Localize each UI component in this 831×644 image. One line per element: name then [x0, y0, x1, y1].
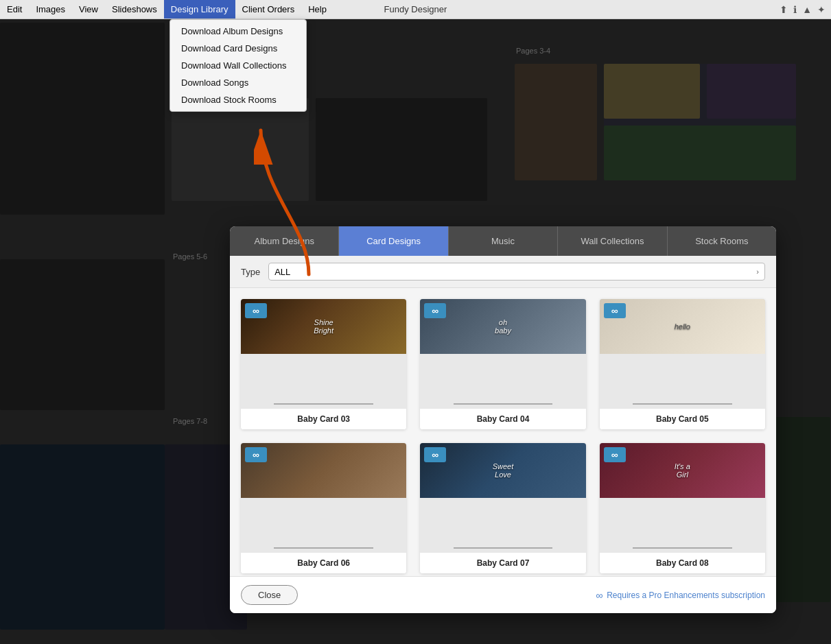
card-line-04: [454, 403, 553, 405]
modal-grid: ∞ ShineBright Baby Card 03: [241, 299, 765, 573]
infinity-icon-05: ∞: [611, 305, 618, 316]
card-top-07: ∞ SweetLove: [420, 443, 585, 498]
tab-album-designs[interactable]: Album Designs: [230, 226, 339, 256]
card-bottom-07: [420, 498, 585, 553]
card-text-08: It's aGirl: [675, 462, 690, 479]
card-text-05: hello: [675, 322, 690, 331]
infinity-badge-07: ∞: [424, 447, 446, 462]
card-top-03: ∞ ShineBright: [241, 299, 406, 354]
card-preview-05: ∞ hello: [600, 299, 765, 409]
card-text-07: SweetLove: [493, 462, 514, 479]
card-name-08: Baby Card 08: [600, 553, 765, 573]
card-baby-04[interactable]: ∞ ohbaby Baby Card 04: [420, 299, 585, 429]
menubar-system-icons: ⬆ ℹ ▲ ✦: [780, 4, 826, 15]
card-line-03: [274, 403, 373, 405]
tab-stock-rooms[interactable]: Stock Rooms: [668, 226, 776, 256]
card-line-05: [633, 403, 732, 405]
pro-label: ∞ Requires a Pro Enhancements subscripti…: [596, 590, 765, 601]
card-top-05: ∞ hello: [600, 299, 765, 354]
type-select-value: ALL: [274, 267, 290, 277]
card-bottom-05: [600, 354, 765, 409]
card-baby-07[interactable]: ∞ SweetLove Baby Card 07: [420, 443, 585, 573]
card-name-03: Baby Card 03: [241, 409, 406, 429]
infinity-icon: ∞: [253, 305, 259, 316]
card-bottom-06: [241, 498, 406, 553]
menubar: Edit Images View Slideshows Design Libra…: [0, 0, 831, 19]
card-baby-05[interactable]: ∞ hello Baby Card 05: [600, 299, 765, 429]
dropdown-download-stock[interactable]: Download Stock Rooms: [170, 91, 306, 108]
card-name-06: Baby Card 06: [241, 553, 406, 573]
type-filter-label: Type: [241, 267, 260, 277]
infinity-badge-08: ∞: [604, 447, 626, 462]
settings-icon: ✦: [817, 4, 826, 15]
card-text-04: ohbaby: [495, 318, 511, 335]
close-button[interactable]: Close: [241, 585, 298, 605]
info-icon: ℹ: [793, 4, 797, 15]
menu-images[interactable]: Images: [29, 0, 72, 19]
card-name-07: Baby Card 07: [420, 553, 585, 573]
card-text-03: ShineBright: [314, 318, 333, 335]
alert-icon: ▲: [802, 4, 812, 15]
card-preview-03: ∞ ShineBright: [241, 299, 406, 409]
card-baby-08[interactable]: ∞ It's aGirl Baby Card 08: [600, 443, 765, 573]
upload-icon: ⬆: [780, 4, 788, 15]
card-name-05: Baby Card 05: [600, 409, 765, 429]
card-preview-04: ∞ ohbaby: [420, 299, 585, 409]
tab-wall-collections[interactable]: Wall Collections: [558, 226, 667, 256]
card-line-07: [454, 547, 553, 549]
dropdown-download-wall[interactable]: Download Wall Collections: [170, 57, 306, 74]
card-baby-03[interactable]: ∞ ShineBright Baby Card 03: [241, 299, 406, 429]
card-top-04: ∞ ohbaby: [420, 299, 585, 354]
dropdown-download-songs[interactable]: Download Songs: [170, 74, 306, 91]
modal-dialog: Album Designs Card Designs Music Wall Co…: [230, 226, 776, 613]
menu-help[interactable]: Help: [301, 0, 333, 19]
card-top-08: ∞ It's aGirl: [600, 443, 765, 498]
infinity-icon-06: ∞: [253, 449, 259, 460]
dropdown-download-card[interactable]: Download Card Designs: [170, 40, 306, 57]
dropdown-download-album[interactable]: Download Album Designs: [170, 23, 306, 40]
modal-footer: Close ∞ Requires a Pro Enhancements subs…: [230, 576, 776, 613]
card-line-08: [633, 547, 732, 549]
tab-card-designs[interactable]: Card Designs: [339, 226, 448, 256]
chevron-right-icon: ›: [756, 267, 759, 276]
infinity-icon-07: ∞: [432, 449, 438, 460]
card-bottom-03: [241, 354, 406, 409]
card-baby-06[interactable]: ∞ Baby Card 06: [241, 443, 406, 573]
menu-edit[interactable]: Edit: [0, 0, 29, 19]
modal-tabs: Album Designs Card Designs Music Wall Co…: [230, 226, 776, 256]
modal-grid-area[interactable]: ∞ ShineBright Baby Card 03: [230, 288, 776, 576]
infinity-badge-06: ∞: [245, 447, 267, 462]
infinity-icon-08: ∞: [611, 449, 618, 460]
card-preview-07: ∞ SweetLove: [420, 443, 585, 553]
app-title: Fundy Designer: [384, 4, 447, 14]
infinity-badge-05: ∞: [604, 303, 626, 318]
link-icon: ∞: [596, 590, 602, 601]
type-select[interactable]: ALL ›: [268, 263, 765, 281]
card-preview-08: ∞ It's aGirl: [600, 443, 765, 553]
card-bottom-04: [420, 354, 585, 409]
infinity-badge-03: ∞: [245, 303, 267, 318]
infinity-icon-04: ∞: [432, 305, 438, 316]
menu-client-orders[interactable]: Client Orders: [235, 0, 302, 19]
infinity-badge-04: ∞: [424, 303, 446, 318]
type-filter-bar: Type ALL ›: [230, 256, 776, 288]
card-top-06: ∞: [241, 443, 406, 498]
tab-music[interactable]: Music: [449, 226, 558, 256]
card-name-04: Baby Card 04: [420, 409, 585, 429]
card-line-06: [274, 547, 373, 549]
menu-slideshows[interactable]: Slideshows: [105, 0, 164, 19]
card-bottom-08: [600, 498, 765, 553]
menu-design-library[interactable]: Design Library: [164, 0, 235, 19]
type-select-wrapper: ALL ›: [268, 263, 765, 281]
menu-view[interactable]: View: [72, 0, 105, 19]
dropdown-menu: Download Album Designs Download Card Des…: [169, 19, 307, 112]
card-preview-06: ∞: [241, 443, 406, 553]
pro-text: Requires a Pro Enhancements subscription: [607, 591, 765, 600]
